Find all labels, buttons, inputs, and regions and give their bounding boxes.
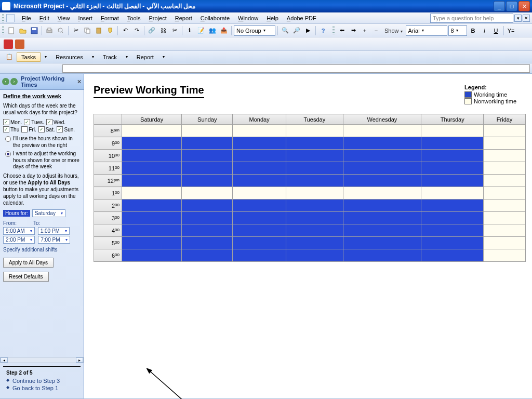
- print-button[interactable]: [44, 25, 55, 36]
- menu-view[interactable]: View: [54, 14, 74, 22]
- publish-button[interactable]: 📤: [219, 25, 229, 36]
- assign-button[interactable]: 👥: [207, 25, 218, 36]
- zoom-out-button[interactable]: 🔍: [280, 25, 290, 36]
- day-checkbox-thu[interactable]: ✓: [3, 126, 9, 132]
- pdf-email-button[interactable]: [15, 39, 25, 49]
- font-combo[interactable]: Arial▾: [406, 25, 447, 36]
- track-dropdown[interactable]: ▾: [124, 55, 130, 59]
- report-dropdown[interactable]: ▾: [161, 55, 167, 59]
- entry-field[interactable]: [62, 64, 530, 73]
- show-subtasks-button[interactable]: +: [360, 25, 370, 36]
- maximize-button[interactable]: □: [506, 1, 517, 11]
- menu-collaborate[interactable]: Collaborate: [196, 14, 234, 22]
- split-button[interactable]: ✂: [169, 25, 180, 36]
- menu-window[interactable]: Window: [234, 14, 262, 22]
- open-button[interactable]: [18, 25, 28, 36]
- menu-report[interactable]: Report: [171, 14, 196, 22]
- day-checkbox-tues[interactable]: ✓: [24, 119, 30, 125]
- calendar-cell: [182, 137, 233, 150]
- menu-file[interactable]: File: [18, 14, 35, 22]
- italic-button[interactable]: I: [480, 25, 490, 36]
- cut-button[interactable]: ✂: [71, 25, 81, 36]
- pane-close-button[interactable]: ✕: [77, 78, 82, 85]
- underline-button[interactable]: U: [491, 25, 501, 36]
- mdi-close-button[interactable]: ✕: [523, 15, 530, 22]
- step-indicator: Step 2 of 5: [6, 370, 77, 376]
- goto-button[interactable]: ▶: [303, 25, 313, 36]
- day-checkbox-sat[interactable]: ✓: [38, 126, 45, 132]
- new-button[interactable]: [6, 25, 17, 36]
- goback-link[interactable]: Go back to Step 1: [6, 385, 77, 391]
- to1-select[interactable]: 1:00 PM▾: [38, 227, 70, 235]
- unlink-button[interactable]: ⛓: [158, 25, 168, 36]
- notes-button[interactable]: 📝: [196, 25, 206, 36]
- zoom-in-button[interactable]: 🔎: [291, 25, 302, 36]
- menu-insert[interactable]: Insert: [74, 14, 97, 22]
- filter-button[interactable]: Y=: [506, 25, 516, 36]
- legend-work-label: Working time: [474, 91, 507, 98]
- menu-adobe-pdf[interactable]: Adobe PDF: [283, 14, 321, 22]
- pdf-convert-button[interactable]: [3, 39, 14, 49]
- day-checkbox-sun[interactable]: ✓: [57, 126, 63, 132]
- calendar-cell: [421, 200, 484, 212]
- undo-button[interactable]: ↶: [120, 25, 130, 36]
- format-painter-button[interactable]: [105, 25, 115, 36]
- day-header: Tuesday: [286, 114, 343, 125]
- forward-icon[interactable]: ›: [10, 78, 18, 85]
- link-button[interactable]: 🔗: [147, 25, 157, 36]
- use-preview-hours-radio[interactable]: [5, 136, 11, 142]
- day-checkbox-fri[interactable]: [21, 126, 28, 132]
- info-button[interactable]: ℹ: [184, 25, 195, 36]
- calendar-cell: [122, 200, 182, 212]
- copy-button[interactable]: [82, 25, 92, 36]
- from2-select[interactable]: 2:00 PM▾: [3, 236, 35, 244]
- hide-subtasks-button[interactable]: −: [371, 25, 381, 36]
- menu-project[interactable]: Project: [144, 14, 170, 22]
- outdent-button[interactable]: ⬅: [337, 25, 347, 36]
- from1-select[interactable]: 9:00 AM▾: [3, 227, 35, 235]
- calendar-cell: [122, 150, 182, 162]
- menu-format[interactable]: Format: [97, 14, 123, 22]
- adjust-hours-radio[interactable]: [5, 151, 11, 157]
- help-search-input[interactable]: Type a question for help: [430, 14, 513, 23]
- print-preview-button[interactable]: [56, 25, 66, 36]
- tasks-guide-button[interactable]: Tasks: [17, 52, 41, 62]
- question-text: Which days of the week are the usual wor…: [3, 102, 81, 116]
- continue-link[interactable]: Continue to Step 3: [6, 378, 77, 384]
- close-button[interactable]: ✕: [518, 1, 530, 11]
- apply-all-days-button[interactable]: Apply to All Days: [3, 258, 54, 268]
- resources-guide-button[interactable]: Resources: [51, 52, 88, 62]
- toolbar-options-button[interactable]: ▾: [514, 15, 522, 22]
- font-size-combo[interactable]: 8▾: [448, 25, 467, 36]
- report-guide-button[interactable]: Report: [132, 52, 158, 62]
- bold-button[interactable]: B: [468, 25, 478, 36]
- reset-defaults-button[interactable]: Reset Defaults: [3, 272, 49, 282]
- to2-select[interactable]: 7:00 PM▾: [38, 236, 70, 244]
- group-combo[interactable]: No Group▾: [234, 25, 275, 36]
- guide-toggle-button[interactable]: 📋: [4, 52, 15, 62]
- back-icon[interactable]: ‹: [2, 78, 9, 85]
- paste-button[interactable]: [94, 25, 104, 36]
- resources-dropdown[interactable]: ▾: [90, 55, 96, 59]
- menu-edit[interactable]: Edit: [35, 14, 54, 22]
- scroll-right-button[interactable]: ▸: [76, 357, 83, 363]
- scroll-left-button[interactable]: ◂: [1, 357, 8, 363]
- table-row: 500: [94, 237, 526, 249]
- tasks-dropdown[interactable]: ▾: [43, 55, 49, 59]
- day-checkbox-mon[interactable]: ✓: [3, 119, 9, 125]
- redo-button[interactable]: ↷: [131, 25, 142, 36]
- preview-title: Preview Working Time: [94, 84, 204, 98]
- indent-button[interactable]: ➡: [348, 25, 358, 36]
- pane-hscrollbar[interactable]: ◂ ▸: [0, 357, 84, 363]
- save-button[interactable]: [29, 25, 39, 36]
- menu-help[interactable]: Help: [262, 14, 283, 22]
- menu-tools[interactable]: Tools: [123, 14, 145, 22]
- calendar-cell: [122, 212, 182, 224]
- calendar-cell: [182, 224, 233, 237]
- minimize-button[interactable]: _: [494, 1, 505, 11]
- hours-for-select[interactable]: Saturday▾: [32, 209, 65, 217]
- day-checkbox-wed[interactable]: ✓: [46, 119, 52, 125]
- specify-shifts-link[interactable]: Specify additional shifts: [3, 247, 81, 252]
- track-guide-button[interactable]: Track: [98, 52, 122, 62]
- help-button[interactable]: ?: [318, 25, 328, 36]
